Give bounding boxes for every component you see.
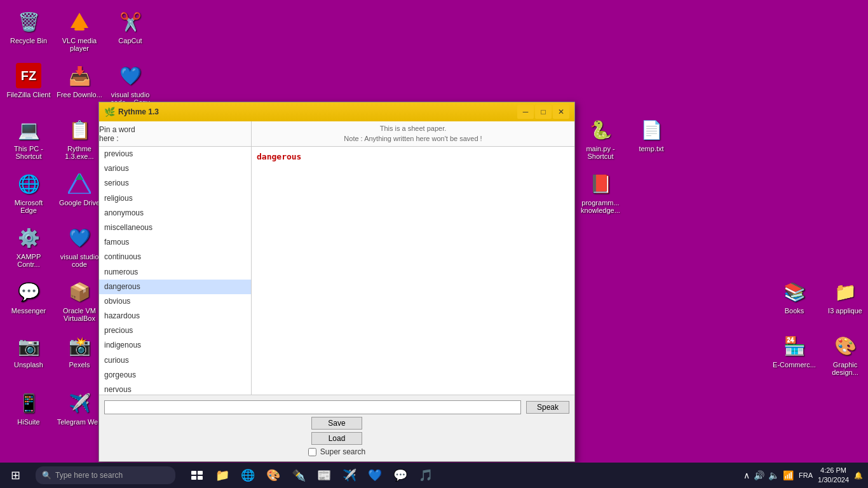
bottom-row1: Speak — [104, 400, 569, 414]
list-item[interactable]: miscellaneous — [99, 220, 251, 235]
sheet-area: dangerous — [252, 147, 574, 395]
list-item[interactable]: obvious — [99, 294, 251, 309]
hisuite-icon[interactable]: 📱 HiSuite — [3, 388, 54, 428]
app-icon: 🌿 — [104, 107, 114, 117]
notification-icon[interactable]: 🔔 — [854, 471, 863, 480]
graphic-design-icon[interactable]: 🎨 Graphic design... — [820, 330, 868, 379]
telegram-web-icon[interactable]: ✈️ Telegram Web — [54, 388, 105, 428]
search-icon: 🔍 — [42, 471, 51, 480]
messenger-icon[interactable]: 💬 Messenger — [3, 276, 54, 317]
taskview-button[interactable] — [186, 464, 208, 487]
list-item[interactable]: various — [99, 161, 251, 176]
list-item[interactable]: numerous — [99, 265, 251, 280]
list-item[interactable]: nervous — [99, 383, 251, 395]
music-button[interactable]: 🎵 — [414, 464, 437, 487]
list-item[interactable]: indigenous — [99, 338, 251, 353]
window-title: Rythme 1.3 — [118, 107, 517, 116]
taskbar: ⊞ 🔍 Type here to search 📁 🌐 🎨 ✒️ 📰 ✈️ 💙 … — [0, 463, 868, 488]
temp-txt-icon[interactable]: 📄 temp.txt — [626, 114, 677, 155]
list-item[interactable]: hazardous — [99, 309, 251, 323]
taskbar-search[interactable]: 🔍 Type here to search — [36, 466, 175, 484]
google-drive-icon[interactable]: Google Drive — [54, 168, 105, 209]
window-controls: ─ □ ✕ — [517, 105, 569, 119]
note-line2: Note : Anything written here won't be sa… — [344, 134, 482, 144]
edge-taskbar-button[interactable]: 🌐 — [236, 464, 259, 487]
svg-rect-9 — [198, 476, 203, 480]
load-button[interactable]: Load — [311, 432, 362, 445]
volume-icon: 🔈 — [768, 470, 779, 480]
clock-time: 4:26 PM — [818, 466, 849, 475]
ms-edge-icon[interactable]: 🌐 Microsoft Edge — [3, 168, 54, 217]
filezilla-icon[interactable]: FZ FileZilla Client — [3, 60, 54, 101]
bottom-search-input[interactable] — [104, 400, 521, 414]
messenger-taskbar-button[interactable]: 💬 — [389, 464, 412, 487]
list-item[interactable]: continuous — [99, 250, 251, 264]
pin-input[interactable] — [148, 130, 251, 139]
illustrator-button[interactable]: ✒️ — [287, 464, 310, 487]
maximize-button[interactable]: □ — [535, 105, 552, 119]
list-item[interactable]: anonymous — [99, 206, 251, 220]
list-item[interactable]: famous — [99, 235, 251, 250]
search-placeholder: Type here to search — [55, 471, 123, 480]
chevron-up-icon[interactable]: ∧ — [743, 470, 750, 480]
note-section: This is a sheet paper. Note : Anything w… — [252, 121, 574, 146]
taskbar-clock: 4:26 PM 1/30/2024 — [818, 466, 849, 485]
list-item[interactable]: curious — [99, 353, 251, 368]
svg-rect-6 — [191, 471, 196, 475]
minimize-button[interactable]: ─ — [517, 105, 534, 119]
books-icon[interactable]: 📚 Books — [769, 276, 820, 317]
svg-marker-0 — [71, 13, 88, 28]
recycle-bin-icon[interactable]: 🗑️ Recycle Bin — [3, 6, 54, 47]
speak-button[interactable]: Speak — [526, 401, 569, 414]
i3-applique-icon[interactable]: 📁 I3 applique — [820, 276, 868, 317]
window-top-bar: Pin a word here : This is a sheet paper.… — [99, 121, 574, 147]
window-bottom: Speak Save Load Super search — [99, 395, 574, 461]
taskbar-app-icons: 📁 🌐 🎨 ✒️ 📰 ✈️ 💙 💬 🎵 — [186, 464, 437, 487]
ecommerce-icon[interactable]: 🏪 E-Commerc... — [769, 330, 820, 371]
window-titlebar[interactable]: 🌿 Rythme 1.3 ─ □ ✕ — [99, 102, 574, 121]
telegram-taskbar-button[interactable]: ✈️ — [338, 464, 361, 487]
bottom-row3: Super search — [104, 447, 569, 456]
clock-date: 1/30/2024 — [818, 475, 849, 485]
programming-knowledge-icon[interactable]: 📕 programm... knowledge... — [575, 168, 626, 217]
vscode-icon[interactable]: 💙 visual studio code — [54, 222, 105, 271]
save-button[interactable]: Save — [311, 417, 362, 430]
word-list[interactable]: previous various serious religious anony… — [99, 147, 252, 395]
vlc-icon[interactable]: VLC media player — [54, 6, 105, 55]
list-item[interactable]: gorgeous — [99, 368, 251, 383]
free-download-icon[interactable]: 📥 Free Downlo... — [54, 60, 105, 101]
wifi-icon: 📶 — [783, 470, 794, 480]
super-search-checkbox[interactable] — [308, 448, 316, 456]
this-pc-icon[interactable]: 💻 This PC - Shortcut — [3, 114, 54, 163]
unsplash-icon[interactable]: 📷 Unsplash — [3, 330, 54, 371]
photoshop-button[interactable]: 🎨 — [262, 464, 285, 487]
virtualbox-icon[interactable]: 📦 Oracle VM VirtualBox — [54, 276, 105, 325]
pin-section: Pin a word here : — [99, 121, 252, 146]
network-icon: 🔊 — [754, 470, 764, 480]
list-item[interactable]: dangerous — [99, 280, 251, 294]
list-item[interactable]: previous — [99, 147, 251, 161]
close-button[interactable]: ✕ — [553, 105, 569, 119]
window-main: previous various serious religious anony… — [99, 147, 574, 395]
xampp-icon[interactable]: ⚙️ XAMPP Contr... — [3, 222, 54, 271]
file-explorer-button[interactable]: 📁 — [211, 464, 234, 487]
start-button[interactable]: ⊞ — [0, 463, 31, 488]
pexels-icon[interactable]: 📸 Pexels — [54, 330, 105, 371]
svg-rect-7 — [198, 471, 203, 475]
capcut-icon[interactable]: ✂️ CapCut — [105, 6, 156, 47]
list-item[interactable]: precious — [99, 323, 251, 338]
rythme-icon[interactable]: 📋 Rythme 1.3.exe... — [54, 114, 105, 163]
mainpy-icon[interactable]: 🐍 main.py - Shortcut — [575, 114, 626, 163]
super-search-label: Super search — [320, 447, 365, 456]
rythme-window: 🌿 Rythme 1.3 ─ □ ✕ Pin a word here : Thi… — [98, 102, 575, 462]
svg-rect-8 — [191, 476, 196, 480]
vscode-taskbar-button[interactable]: 💙 — [363, 464, 386, 487]
system-tray: ∧ 🔊 🔈 📶 — [743, 470, 794, 480]
list-item[interactable]: religious — [99, 191, 251, 206]
svg-rect-1 — [74, 28, 85, 30]
indesign-button[interactable]: 📰 — [313, 464, 336, 487]
list-item[interactable]: serious — [99, 176, 251, 191]
sheet-textarea[interactable]: dangerous — [254, 149, 572, 392]
taskbar-right: ∧ 🔊 🔈 📶 FRA 4:26 PM 1/30/2024 🔔 — [743, 466, 868, 485]
pin-label: Pin a word here : — [99, 125, 148, 143]
